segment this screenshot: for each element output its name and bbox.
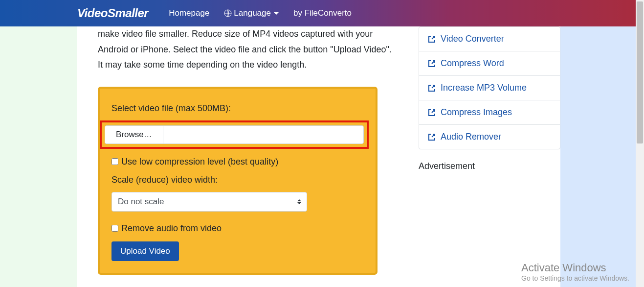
upload-video-button[interactable]: Upload Video xyxy=(111,241,179,261)
link-label: Increase MP3 Volume xyxy=(441,83,527,93)
link-audio-remover[interactable]: Audio Remover xyxy=(419,125,560,149)
watermark-line1: Activate Windows xyxy=(521,262,629,274)
main-column: make video file smaller. Reduce size of … xyxy=(77,26,419,287)
content-row: make video file smaller. Reduce size of … xyxy=(0,26,644,287)
remove-audio-label[interactable]: Remove audio from video xyxy=(121,223,222,234)
low-compression-checkbox[interactable] xyxy=(111,158,118,165)
link-compress-images[interactable]: Compress Images xyxy=(419,100,560,125)
nav-homepage[interactable]: Homepage xyxy=(169,8,209,18)
low-compression-label[interactable]: Use low compression level (best quality) xyxy=(121,157,278,167)
nav-by-fileconverto[interactable]: by FileConverto xyxy=(293,8,352,18)
scrollbar-thumb[interactable] xyxy=(637,1,643,144)
link-compress-word[interactable]: Compress Word xyxy=(419,51,560,76)
globe-icon xyxy=(224,9,232,17)
remove-audio-checkbox[interactable] xyxy=(111,225,118,232)
link-label: Audio Remover xyxy=(441,132,501,142)
link-increase-mp3[interactable]: Increase MP3 Volume xyxy=(419,76,560,100)
file-input[interactable]: Browse… xyxy=(105,125,364,144)
watermark-line2: Go to Settings to activate Windows. xyxy=(521,274,629,282)
select-file-label: Select video file (max 500MB): xyxy=(111,103,364,114)
chevron-down-icon xyxy=(274,12,279,15)
external-link-icon xyxy=(428,84,436,92)
external-link-icon xyxy=(428,35,436,43)
upload-form: Select video file (max 500MB): Browse… U… xyxy=(98,87,378,275)
link-label: Compress Images xyxy=(441,107,512,118)
related-links-list: Video Converter Compress Word Increase M… xyxy=(419,26,560,149)
nav-language-label: Language xyxy=(234,8,271,18)
external-link-icon xyxy=(428,109,436,117)
scale-select[interactable]: Do not scale xyxy=(111,192,307,212)
low-compression-row: Use low compression level (best quality) xyxy=(111,157,364,167)
scale-label: Scale (reduce) video width: xyxy=(111,175,364,185)
external-link-icon xyxy=(428,133,436,141)
description-text: make video file smaller. Reduce size of … xyxy=(98,26,398,73)
brand-logo[interactable]: VideoSmaller xyxy=(77,6,148,20)
left-gutter xyxy=(0,26,77,287)
sidebar: Video Converter Compress Word Increase M… xyxy=(419,26,560,287)
advertisement-heading: Advertisement xyxy=(419,161,560,171)
navbar: VideoSmaller Homepage Language by FileCo… xyxy=(0,0,644,26)
nav-language-dropdown[interactable]: Language xyxy=(224,8,279,18)
link-video-converter[interactable]: Video Converter xyxy=(419,27,560,51)
browse-button[interactable]: Browse… xyxy=(105,126,163,144)
file-input-highlight: Browse… xyxy=(100,120,369,149)
windows-activation-watermark: Activate Windows Go to Settings to activ… xyxy=(521,262,629,282)
scale-select-wrap: Do not scale xyxy=(111,192,307,212)
remove-audio-row: Remove audio from video xyxy=(111,223,364,234)
link-label: Video Converter xyxy=(441,34,504,44)
external-link-icon xyxy=(428,60,436,68)
right-gutter xyxy=(560,26,644,287)
vertical-scrollbar[interactable] xyxy=(636,0,644,287)
link-label: Compress Word xyxy=(441,58,504,69)
